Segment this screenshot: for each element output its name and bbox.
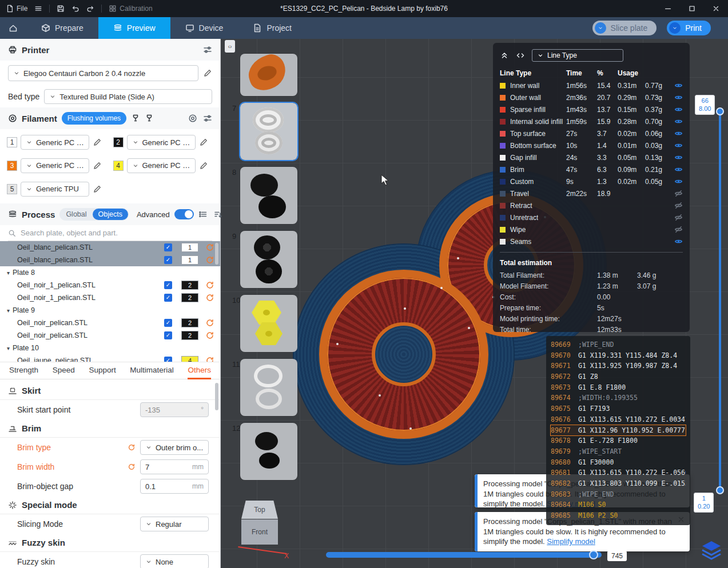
reset-object-icon[interactable] — [205, 243, 214, 252]
reset-object-icon[interactable] — [205, 255, 214, 265]
gcode-line[interactable]: 89674 ;WIDTH:0.199355 — [551, 393, 686, 403]
plate-preview[interactable] — [240, 54, 297, 96]
tree-row[interactable]: ▾ Oeil_blanc_pelican.STL ✓ 1 — [0, 241, 220, 254]
filament-sync-icon[interactable] — [188, 114, 197, 123]
gcode-line[interactable]: 89679 ;WIPE_START — [551, 446, 686, 457]
gcode-line[interactable]: 89672 G1 Z8 — [551, 371, 686, 382]
gcode-line[interactable]: 89677 G1 X112.96 Y110.952 E.00777 — [551, 425, 686, 436]
maximize-button[interactable] — [680, 0, 704, 17]
3d-viewport[interactable]: ‹› 7 — [221, 39, 728, 568]
param-tab[interactable]: Strength — [9, 362, 38, 379]
plate-preview[interactable] — [240, 231, 297, 288]
gcode-line[interactable]: 89670 G1 X119.331 Y115.484 Z8.4 — [551, 350, 686, 361]
file-menu[interactable]: File — [6, 5, 27, 13]
object-checkbox[interactable]: ✓ — [164, 294, 172, 302]
reset-object-icon[interactable] — [205, 318, 214, 327]
visibility-eye-icon[interactable] — [670, 201, 683, 210]
edit-filament-icon[interactable] — [93, 185, 102, 194]
plate-thumbnail[interactable]: 10 — [231, 295, 305, 352]
visibility-eye-icon[interactable] — [670, 93, 683, 102]
tree-scrollbar[interactable] — [215, 243, 218, 265]
minimize-button[interactable] — [656, 0, 680, 17]
reset-object-icon[interactable] — [205, 281, 214, 290]
search-bar[interactable]: Search plate, object and part. — [8, 225, 212, 241]
plate-preview[interactable] — [240, 423, 297, 480]
plate-thumbnail[interactable]: 7 — [231, 103, 305, 160]
filament-select[interactable]: Generic PC @Ele... — [127, 135, 196, 150]
gcode-line[interactable]: 89676 G1 X113.615 Y110.272 E.00347 — [551, 414, 686, 425]
visibility-eye-icon[interactable] — [670, 237, 683, 246]
layer-slider-bottom-knob[interactable] — [716, 486, 724, 494]
filament-settings-icon[interactable] — [203, 114, 212, 123]
gcode-line[interactable]: 89681 G1 X113.615 Y110.272 E-.05664 — [551, 467, 686, 478]
collapse-panel-icon[interactable] — [500, 51, 509, 60]
visibility-eye-icon[interactable] — [670, 213, 683, 222]
visibility-eye-icon[interactable] — [670, 177, 683, 186]
simplify-model-link[interactable]: Simplify model — [547, 537, 595, 546]
printer-select[interactable]: Elegoo Centauri Carbon 2 0.4 nozzle — [8, 65, 198, 81]
filament-unload-icon[interactable] — [145, 114, 154, 123]
brim-type-select[interactable]: Outer brim o... — [140, 440, 209, 455]
gcode-line[interactable]: 89678 G1 E-.728 F1800 — [551, 435, 686, 446]
gcode-line[interactable]: 89684 M106 S0 — [551, 499, 686, 510]
calibration-menu[interactable]: Calibration — [109, 5, 152, 13]
move-slider[interactable] — [326, 552, 602, 558]
gcode-line[interactable]: 89673 G1 E.8 F1800 — [551, 382, 686, 393]
gcode-line[interactable]: 89669 ;WIPE_END — [551, 339, 686, 350]
collapse-triangle-icon[interactable]: ▾ — [7, 307, 10, 314]
visibility-eye-icon[interactable] — [670, 189, 683, 198]
filament-select[interactable]: Generic TPU — [21, 182, 89, 197]
filament-select[interactable]: Generic PC @E... — [21, 135, 89, 150]
move-slider-knob[interactable] — [589, 550, 598, 559]
printer-settings-icon[interactable] — [203, 45, 212, 54]
flushing-volumes-button[interactable]: Flushing volumes — [62, 112, 126, 125]
visibility-eye-icon[interactable] — [670, 165, 683, 174]
object-checkbox[interactable]: ✓ — [164, 331, 172, 339]
visibility-eye-icon[interactable] — [670, 141, 683, 150]
object-checkbox[interactable]: ✓ — [164, 357, 172, 362]
tree-row[interactable]: ▾ Oeil_noir_1_pelican.STL ✓ 2 — [0, 279, 220, 291]
home-button[interactable] — [0, 17, 26, 39]
edit-filament-icon[interactable] — [93, 138, 102, 147]
gcode-viewer-icon[interactable] — [516, 51, 525, 60]
layer-slider[interactable] — [719, 111, 721, 490]
param-tab[interactable]: Multimaterial — [130, 362, 174, 379]
filament-load-icon[interactable] — [131, 114, 140, 123]
reset-object-icon[interactable] — [205, 293, 214, 302]
plate-thumbnail[interactable]: 11 — [231, 359, 305, 416]
visibility-eye-icon[interactable] — [670, 81, 683, 90]
tab-prepare[interactable]: Prepare — [26, 17, 98, 39]
object-checkbox[interactable]: ✓ — [164, 281, 172, 289]
brim-width-input[interactable]: 7 mm — [140, 459, 209, 474]
reset-setting-icon[interactable] — [128, 463, 136, 471]
edit-printer-icon[interactable] — [203, 69, 212, 78]
visibility-eye-icon[interactable] — [670, 105, 683, 114]
filament-number-badge[interactable]: 1 — [7, 137, 17, 147]
tab-device[interactable]: Device — [170, 17, 238, 39]
toggle-global[interactable]: Global — [60, 210, 92, 218]
plate-thumbnail[interactable] — [231, 54, 305, 96]
object-checkbox[interactable]: ✓ — [164, 319, 172, 327]
process-scope-toggle[interactable]: Global Objects — [59, 208, 129, 221]
tree-row[interactable]: ▾ Oeil_noir_pelican.STL ✓ 2 — [0, 329, 220, 342]
plate-preview[interactable] — [240, 167, 297, 224]
visibility-eye-icon[interactable] — [670, 153, 683, 162]
edit-filament-icon[interactable] — [199, 161, 208, 170]
gcode-line[interactable]: 89683 ;WIPE_END — [551, 489, 686, 500]
gcode-line[interactable]: 89671 G1 X113.925 Y109.987 Z8.4 — [551, 361, 686, 371]
reset-setting-icon[interactable] — [128, 443, 136, 451]
close-button[interactable] — [704, 0, 728, 17]
filament-number-badge[interactable]: 5 — [7, 184, 17, 194]
plate-preview[interactable] — [240, 295, 297, 352]
visibility-eye-icon[interactable] — [670, 225, 683, 234]
collapse-triangle-icon[interactable]: ▾ — [7, 270, 10, 276]
slice-plate-button[interactable]: Slice plate — [592, 21, 657, 35]
tree-row[interactable]: ▾ Oeil_noir_pelican.STL ✓ 2 — [0, 317, 220, 329]
visibility-eye-icon[interactable] — [670, 117, 683, 126]
brim-gap-input[interactable]: 0.1 mm — [140, 479, 209, 494]
skirt-start-input[interactable]: -135 ° — [140, 402, 209, 417]
tree-row[interactable]: ▾ Oeil_jaune_pelican.STL ✓ 4 — [0, 354, 220, 362]
gcode-line[interactable]: 89685 M106 P2 S0 — [551, 510, 686, 521]
edit-filament-icon[interactable] — [93, 161, 102, 170]
param-tab[interactable]: Others — [188, 362, 211, 379]
